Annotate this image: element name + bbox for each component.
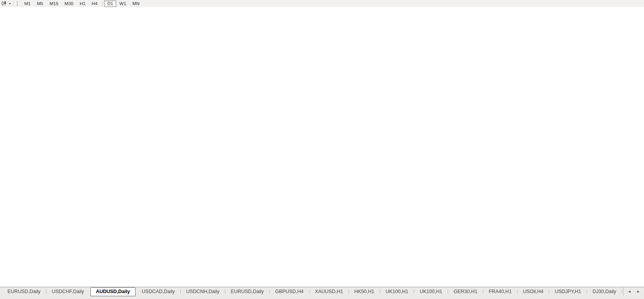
- tab-scroll-right-icon[interactable]: ►: [637, 290, 640, 293]
- chart-tab-fra40-h1[interactable]: FRA40,H1: [484, 287, 517, 295]
- chart-tab-usdcad-daily[interactable]: USDCAD,Daily: [137, 287, 180, 295]
- timeframe-button-M1[interactable]: M1: [21, 0, 34, 7]
- tab-separator: |: [621, 287, 622, 293]
- chart-tab-hk50-h1[interactable]: HK50,H1: [349, 287, 380, 295]
- toolbar-grip-handle[interactable]: [17, 1, 19, 6]
- toolbar-separator: [102, 1, 103, 6]
- chart-area: [0, 7, 644, 287]
- timeframe-button-H4[interactable]: H4: [88, 0, 101, 7]
- chart-tab-uk100-h1[interactable]: UK100,H1: [380, 287, 413, 295]
- chart-tab-usdjpy-h1[interactable]: USDJPY,H1: [550, 287, 586, 295]
- timeframe-button-M5[interactable]: M5: [34, 0, 46, 7]
- chart-tab-xauusd-h1[interactable]: XAUUSD,H1: [310, 287, 348, 295]
- tab-scroll-nav: ◄ ►: [623, 287, 644, 296]
- timeframe-button-D1[interactable]: D1: [104, 0, 116, 7]
- chart-tab-eurusd-daily[interactable]: EURUSD,Daily: [2, 287, 46, 295]
- bottom-tab-bar: EURUSD,Daily|USDCHF,Daily AUDUSD,Daily U…: [0, 287, 644, 299]
- chart-tab-uk100-h1[interactable]: UK100,H1: [415, 287, 448, 295]
- tab-scroll-left-icon[interactable]: ◄: [627, 290, 631, 293]
- chart-type-dropdown-icon[interactable]: ▾: [8, 2, 12, 6]
- timeframe-button-H1[interactable]: H1: [77, 0, 89, 7]
- top-toolbar: ▾ M1M5M15M30H1H4D1W1MN: [0, 0, 644, 7]
- chart-tab-ger30-h1[interactable]: GER30,H1: [448, 287, 482, 295]
- timeframe-button-M15[interactable]: M15: [46, 0, 61, 7]
- chart-tab-gbpusd-h4[interactable]: GBPUSD,H4: [270, 287, 308, 295]
- mt4-chart-svg: [0, 7, 644, 287]
- chart-tab-usdchf-daily[interactable]: USDCHF,Daily: [47, 287, 89, 295]
- timeframe-button-MN[interactable]: MN: [129, 0, 143, 7]
- chart-tab-dj30-daily[interactable]: DJ30,Daily: [587, 287, 621, 295]
- timeframe-button-M30[interactable]: M30: [61, 0, 76, 7]
- chart-tab-usoil-h4[interactable]: USOil,H4: [518, 287, 549, 295]
- chart-tab-usdcnh-daily[interactable]: USDCNH,Daily: [181, 287, 225, 295]
- timeframe-button-W1[interactable]: W1: [116, 0, 129, 7]
- candlestick-chart-icon[interactable]: [0, 0, 8, 7]
- chart-tab-eurusd-daily[interactable]: EURUSD,Daily: [226, 287, 269, 295]
- chart-tab-audusd-daily[interactable]: AUDUSD,Daily: [90, 287, 136, 296]
- toolbar-separator: [13, 1, 14, 6]
